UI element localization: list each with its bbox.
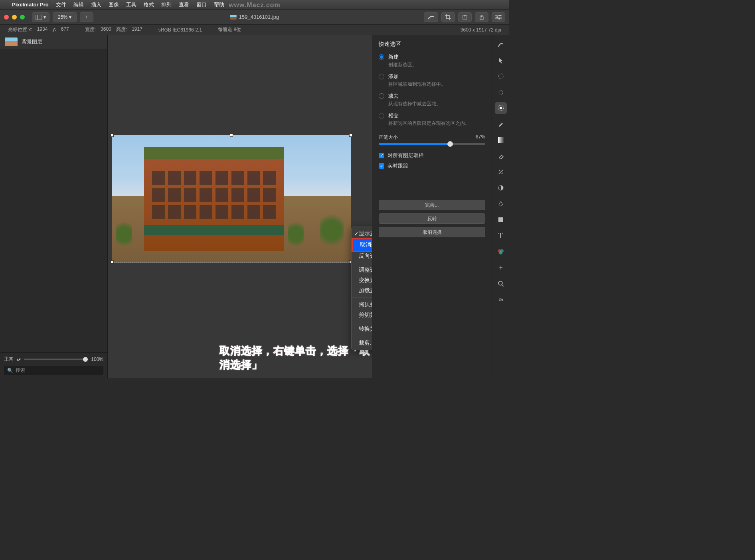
mode-intersect[interactable]: 相交将新选区的界限限定在现有选区之内。: [379, 112, 485, 127]
effects-tool-icon[interactable]: [495, 262, 507, 274]
repair-tool-icon[interactable]: [495, 166, 507, 178]
panel-title: 快速选区: [379, 41, 485, 48]
style-tool-icon[interactable]: [495, 38, 507, 50]
crop-tool-button[interactable]: [441, 12, 455, 22]
svg-point-12: [500, 107, 502, 109]
brush-size-slider[interactable]: [379, 143, 485, 145]
tool-strip: T ›››: [492, 35, 509, 378]
svg-point-5: [499, 15, 501, 16]
colorspace-value: sRGB IEC61966-2.1: [158, 27, 202, 33]
selection-handle[interactable]: [230, 134, 233, 137]
window-controls: [4, 15, 25, 20]
zoom-dropdown[interactable]: 25%▾: [53, 12, 77, 22]
adjustments-button[interactable]: [492, 12, 505, 22]
tutorial-caption: 取消选择，右键单击，选择「取消选择」: [219, 344, 372, 372]
menu-view[interactable]: 查看: [179, 1, 189, 8]
blend-mode-dropdown[interactable]: 正常: [4, 356, 14, 363]
menu-edit[interactable]: 编辑: [73, 1, 84, 8]
svg-rect-15: [498, 217, 503, 222]
arrow-tool-icon[interactable]: [495, 54, 507, 66]
svg-point-18: [499, 251, 502, 254]
cm-load-selection[interactable]: 加载选择: [352, 286, 372, 296]
layer-search-input[interactable]: 🔍 搜索: [4, 366, 103, 375]
menu-file[interactable]: 文件: [56, 1, 66, 8]
sample-all-layers-checkbox[interactable]: ✓ 对所有图层取样: [379, 152, 485, 159]
cm-invert-selection[interactable]: 反向选择: [352, 251, 372, 261]
width-label: 宽度:: [85, 26, 96, 33]
height-value: 1917: [132, 26, 142, 33]
paint-tool-icon[interactable]: [495, 118, 507, 130]
context-menu: 显示选择手柄 取消选择 反向选择 调整选区... 变换选择... 加载选择 拷贝…: [351, 227, 372, 350]
cm-copy-paste-layer[interactable]: 拷贝并粘贴为图层: [352, 300, 372, 310]
shape-tool-icon[interactable]: [495, 214, 507, 226]
minimize-window-button[interactable]: [12, 15, 17, 20]
layer-row-background[interactable]: 背景图层: [0, 35, 107, 49]
invert-button[interactable]: 反转: [379, 213, 485, 224]
selection-handle[interactable]: [111, 260, 114, 264]
cm-cut-paste-layer[interactable]: 剪切并粘贴为图层: [352, 310, 372, 320]
width-value: 3600: [101, 26, 111, 33]
marquee-tool-icon[interactable]: [495, 70, 507, 82]
erase-tool-icon[interactable]: [495, 150, 507, 162]
close-window-button[interactable]: [4, 15, 9, 20]
menu-format[interactable]: 格式: [144, 1, 154, 8]
document-thumb-icon: [230, 15, 237, 20]
cm-convert-to-shape[interactable]: 转换为形状: [352, 324, 372, 334]
radio-icon: [379, 74, 384, 79]
cm-crop[interactable]: 裁剪...: [352, 338, 372, 348]
color-adjust-icon[interactable]: [495, 182, 507, 194]
svg-rect-13: [498, 137, 504, 143]
layers-panel: 背景图层 正常 ▴▾ 100% 🔍 搜索: [0, 35, 108, 378]
info-bar: 光标位置 x: 1934 y: 677 宽度: 3600 高度: 1917 sR…: [0, 25, 509, 35]
mode-subtract[interactable]: 减去从现有选择中减去区域。: [379, 93, 485, 107]
menu-tools[interactable]: 工具: [126, 1, 136, 8]
export-button[interactable]: [458, 12, 472, 22]
cursor-x-label: 光标位置 x:: [8, 26, 32, 33]
sidebar-toggle-button[interactable]: ▾: [32, 12, 49, 22]
search-icon: 🔍: [7, 368, 13, 373]
cm-adjust-selection[interactable]: 调整选区...: [352, 265, 372, 275]
system-menubar: Pixelmator Pro 文件 编辑 插入 图像 工具 格式 排列 查看 窗…: [0, 0, 509, 10]
selection-handle[interactable]: [111, 134, 114, 137]
text-tool-icon[interactable]: T: [495, 230, 507, 242]
brush-size-value: 67%: [476, 134, 485, 141]
freeform-select-icon[interactable]: [495, 86, 507, 98]
live-tracking-checkbox[interactable]: ✓ 实时跟踪: [379, 162, 485, 170]
selection-handle[interactable]: [349, 134, 352, 137]
layer-opacity-slider[interactable]: [24, 359, 88, 360]
blend-mode-stepper-icon[interactable]: ▴▾: [17, 357, 21, 361]
cursor-y-label: y:: [52, 26, 56, 33]
pen-tool-icon[interactable]: [495, 198, 507, 210]
mode-add[interactable]: 添加将区域添加到现有选择中。: [379, 73, 485, 88]
brush-tool-button[interactable]: [424, 12, 438, 22]
cursor-x-value: 1934: [37, 26, 48, 33]
svg-point-10: [498, 74, 503, 79]
menu-image[interactable]: 图像: [109, 1, 119, 8]
canvas-image[interactable]: [112, 135, 351, 262]
maximize-window-button[interactable]: [20, 15, 25, 20]
menu-arrange[interactable]: 排列: [161, 1, 172, 8]
menu-window[interactable]: 窗口: [196, 1, 207, 8]
menu-help[interactable]: 帮助: [214, 1, 224, 8]
tool-options-panel: 快速选区 新建创建新选区。 添加将区域添加到现有选择中。 减去从现有选择中减去区…: [372, 35, 492, 378]
menu-insert[interactable]: 插入: [91, 1, 101, 8]
share-button[interactable]: [475, 12, 488, 22]
cm-transform-selection[interactable]: 变换选择...: [352, 275, 372, 286]
svg-line-20: [502, 285, 504, 286]
bitdepth-value: 每通道 8位: [218, 26, 241, 33]
layer-name: 背景图层: [22, 38, 42, 45]
deselect-button[interactable]: 取消选择: [379, 227, 485, 237]
more-tools-icon[interactable]: ›››: [495, 294, 507, 306]
color-picker-icon[interactable]: [495, 246, 507, 258]
svg-point-9: [498, 18, 500, 20]
zoom-tool-icon[interactable]: [495, 278, 507, 290]
add-button[interactable]: ＋: [80, 12, 93, 22]
refine-button[interactable]: 完善...: [379, 200, 485, 210]
app-name[interactable]: Pixelmator Pro: [12, 2, 49, 8]
gradient-tool-icon[interactable]: [495, 134, 507, 146]
cm-deselect[interactable]: 取消选择: [352, 238, 372, 252]
dimensions-value: 3600 x 1917 72 dpi: [461, 27, 501, 33]
quick-select-tool-icon[interactable]: [495, 102, 507, 114]
canvas-area[interactable]: 显示选择手柄 取消选择 反向选择 调整选区... 变换选择... 加载选择 拷贝…: [108, 35, 372, 378]
mode-new[interactable]: 新建创建新选区。: [379, 53, 485, 68]
